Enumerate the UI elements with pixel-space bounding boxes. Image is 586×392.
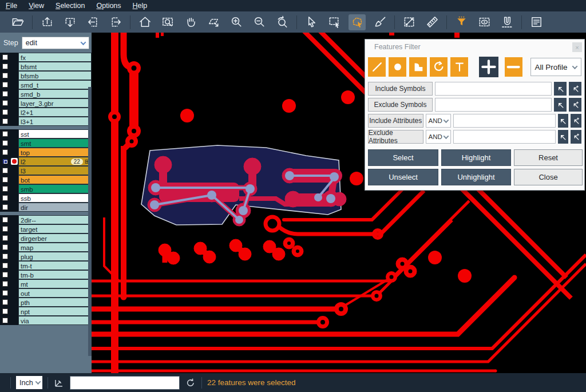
snap-icon[interactable] <box>498 14 516 30</box>
selection-region[interactable] <box>141 145 346 226</box>
active-layer-cell[interactable] <box>10 288 18 298</box>
layer-name-dirgerber[interactable]: dirgerber <box>18 233 92 243</box>
layer-name-l3[interactable]: l3 <box>18 166 92 175</box>
layer-name-2dir--[interactable]: 2dir-- <box>18 215 92 224</box>
layer-name-smd_t[interactable]: smd_t <box>18 80 92 89</box>
highlight-button[interactable]: Highlight <box>441 149 511 166</box>
active-layer-cell[interactable] <box>10 184 18 193</box>
include-attributes-pick-add-button[interactable] <box>571 114 581 128</box>
active-layer-cell[interactable] <box>10 203 18 212</box>
layer-name-via[interactable]: via <box>18 316 92 325</box>
include-attributes-button[interactable]: Include Attributes <box>368 114 423 128</box>
layer-checkbox-npt[interactable] <box>2 308 8 314</box>
layer-checkbox-dirgerber[interactable] <box>2 235 8 241</box>
pan-up-icon[interactable] <box>38 14 56 30</box>
reset-button[interactable]: Reset <box>514 149 583 166</box>
active-layer-cell[interactable] <box>10 224 18 233</box>
layer-checkbox-tm-b[interactable] <box>2 272 8 278</box>
layer-checkbox-sst[interactable] <box>2 131 8 137</box>
active-layer-cell[interactable] <box>10 298 18 307</box>
exclude-attributes-operator-select[interactable]: AND <box>426 130 451 144</box>
step-select[interactable]: edit <box>22 37 89 49</box>
active-layer-cell[interactable] <box>10 89 18 98</box>
pan-hand-icon[interactable] <box>182 14 199 30</box>
active-layer-cell[interactable] <box>10 233 18 243</box>
active-layer-cell[interactable] <box>10 108 18 117</box>
open-project-icon[interactable] <box>9 14 26 30</box>
close-icon[interactable]: × <box>572 42 582 52</box>
layer-name-layer_3.gbr[interactable]: layer_3.gbr <box>18 98 92 108</box>
layer-checkbox-fx[interactable] <box>2 54 8 60</box>
corner-angle-icon[interactable] <box>53 377 65 389</box>
active-layer-cell[interactable] <box>10 148 18 157</box>
layer-name-l3+1[interactable]: l3+1 <box>18 117 92 126</box>
polygon-select-icon[interactable] <box>349 14 366 30</box>
layer-name-mt[interactable]: mt <box>18 279 92 288</box>
menu-item-options[interactable]: Options <box>96 2 121 10</box>
pad-feature-icon[interactable] <box>389 57 406 77</box>
refresh-icon[interactable] <box>185 377 196 389</box>
layer-name-tm-b[interactable]: tm-b <box>18 270 92 279</box>
active-layer-cell[interactable] <box>10 71 18 80</box>
layer-checkbox-bot[interactable] <box>2 177 8 183</box>
active-layer-cell[interactable] <box>10 279 18 288</box>
ruler-icon[interactable] <box>423 14 441 30</box>
zoom-out-icon[interactable] <box>251 14 268 30</box>
exclude-attributes-button[interactable]: Exclude Attributes <box>368 130 423 144</box>
layer-checkbox-via[interactable] <box>2 318 8 323</box>
pan-down-icon[interactable] <box>61 14 78 30</box>
panel-toggle-icon[interactable] <box>528 14 545 30</box>
layer-name-dir[interactable]: dir <box>18 203 92 212</box>
layer-checkbox-ssb[interactable] <box>2 195 8 201</box>
layer-name-pth[interactable]: pth <box>18 298 92 307</box>
active-layer-cell[interactable] <box>10 316 18 325</box>
menu-item-file[interactable]: File <box>6 2 17 10</box>
layer-checkbox-out[interactable] <box>2 290 8 296</box>
exclude-symbols-pick-button[interactable] <box>554 98 567 112</box>
active-layer-cell[interactable] <box>10 175 18 184</box>
layer-name-tm-t[interactable]: tm-t <box>18 261 92 270</box>
select-button[interactable]: Select <box>368 149 438 166</box>
line-feature-icon[interactable] <box>368 57 386 77</box>
layer-name-bot[interactable]: bot <box>18 175 92 184</box>
active-layer-cell[interactable] <box>10 243 18 252</box>
layer-name-bfsmb[interactable]: bfsmb <box>18 71 92 80</box>
layer-checkbox-plug[interactable] <box>2 254 8 259</box>
profile-select[interactable]: All Profile <box>530 58 581 76</box>
exclude-symbols-button[interactable]: Exclude Symbols <box>368 98 433 112</box>
layer-checkbox-l2+1[interactable] <box>2 109 8 115</box>
dialog-title-bar[interactable]: Features Filter × <box>365 39 584 54</box>
pan-right-icon[interactable] <box>107 14 124 30</box>
command-input[interactable] <box>70 376 180 390</box>
exclude-attributes-pick-button[interactable] <box>558 130 569 144</box>
active-layer-cell[interactable] <box>10 80 18 89</box>
layer-checkbox-tm-t[interactable] <box>2 263 8 268</box>
include-attributes-operator-select[interactable]: AND <box>426 114 451 128</box>
active-layer-cell[interactable] <box>10 252 18 261</box>
layer-name-out[interactable]: out <box>18 288 92 298</box>
paint-brush-icon[interactable] <box>371 14 389 30</box>
include-attributes-pick-button[interactable] <box>558 114 569 128</box>
add-filter-icon[interactable] <box>479 57 498 77</box>
layer-checkbox-bfsmt[interactable] <box>2 64 8 69</box>
menu-item-view[interactable]: View <box>29 2 44 10</box>
menu-item-help[interactable]: Help <box>133 2 148 10</box>
unselect-button[interactable]: Unselect <box>368 169 438 185</box>
layer-checkbox-2dir--[interactable] <box>2 217 8 223</box>
layer-checkbox-l2[interactable] <box>2 159 8 164</box>
include-symbols-pick-button[interactable] <box>554 82 567 96</box>
active-layer-cell[interactable] <box>10 270 18 279</box>
layer-name-map[interactable]: map <box>18 243 92 252</box>
active-layer-cell[interactable] <box>10 261 18 270</box>
zoom-previous-icon[interactable] <box>274 14 291 30</box>
active-layer-cell[interactable] <box>10 215 18 224</box>
arc-feature-icon[interactable] <box>430 57 448 77</box>
pointer-select-icon[interactable] <box>303 14 320 30</box>
active-layer-cell[interactable] <box>10 129 18 138</box>
active-layer-cell[interactable] <box>10 53 18 62</box>
active-layer-cell[interactable] <box>10 307 18 316</box>
layer-name-l2[interactable]: l222⊞ <box>18 157 92 166</box>
layer-checkbox-pth[interactable] <box>2 299 8 305</box>
zoom-selection-icon[interactable] <box>205 14 222 30</box>
layer-name-smb[interactable]: smb <box>18 184 92 193</box>
